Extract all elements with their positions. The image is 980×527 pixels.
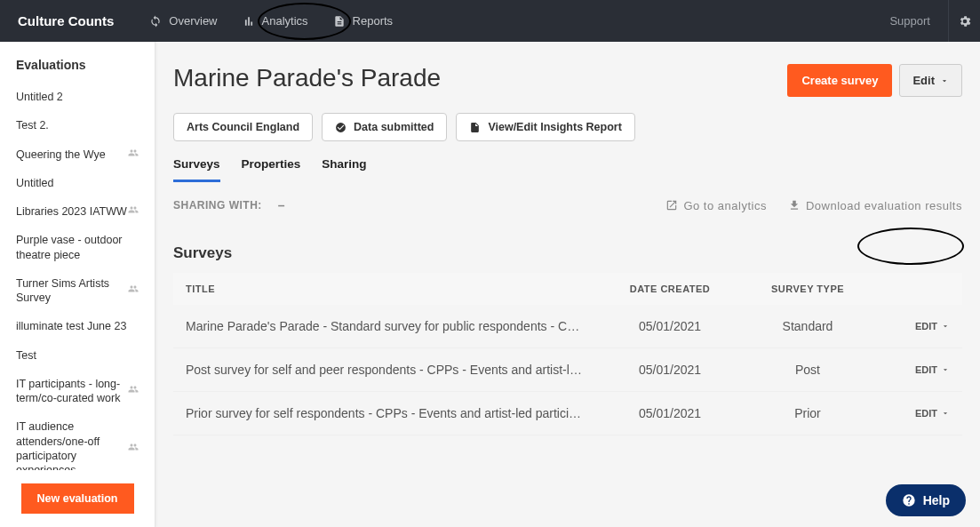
nav-analytics[interactable]: Analytics (243, 14, 308, 28)
chevron-down-icon (941, 409, 950, 418)
nav-analytics-label: Analytics (262, 14, 308, 28)
sidebar-item[interactable]: Libraries 2023 IATWW (0, 197, 155, 226)
support-link[interactable]: Support (889, 14, 930, 28)
nav-overview-label: Overview (169, 14, 217, 28)
topbar: Culture Counts Overview Analytics Report… (0, 0, 980, 42)
sidebar-item[interactable]: Untitled (0, 169, 155, 197)
col-date: DATE CREATED (603, 283, 737, 294)
row-type: Post (737, 363, 879, 377)
sidebar-item[interactable]: Test (0, 341, 155, 370)
sidebar-item-label: Libraries 2023 IATWW (16, 204, 127, 219)
check-circle-icon (335, 122, 347, 133)
sidebar-header: Evaluations (0, 42, 155, 83)
sidebar-item[interactable]: Queering the Wye (0, 140, 155, 169)
sidebar-item[interactable]: Purple vase - outdoor theatre piece (0, 226, 155, 269)
go-to-analytics-link[interactable]: Go to analytics (665, 199, 767, 212)
shared-icon (128, 148, 139, 162)
col-type: SURVEY TYPE (737, 283, 879, 294)
page-title: Marine Parade's Parade (173, 64, 441, 92)
nav-reports[interactable]: Reports (333, 14, 394, 28)
brand-logo: Culture Counts (18, 13, 114, 28)
sidebar: Evaluations Untitled 2Test 2.Queering th… (0, 42, 155, 527)
row-title: Marine Parade's Parade - Standard survey… (186, 319, 603, 333)
sidebar-item-label: Test (16, 348, 36, 363)
table-row[interactable]: Post survey for self and peer respondent… (173, 348, 962, 392)
row-date: 05/01/2021 (603, 363, 737, 377)
sidebar-item[interactable]: Turner Sims Artists Survey (0, 269, 155, 313)
help-button[interactable]: Help (886, 484, 966, 516)
sidebar-item-label: illuminate test June 23 (16, 319, 126, 333)
sidebar-item[interactable]: Untitled 2 (0, 83, 155, 111)
shared-icon (128, 283, 139, 298)
row-date: 05/01/2021 (603, 406, 737, 420)
sidebar-item-label: Turner Sims Artists Survey (16, 276, 128, 306)
sidebar-item-label: Test 2. (16, 118, 49, 132)
table-row[interactable]: Prior survey for self respondents - CPPs… (173, 392, 962, 435)
document-icon (333, 15, 346, 28)
document-icon (469, 122, 481, 133)
help-icon (902, 493, 916, 507)
main-content: Marine Parade's Parade Create survey Edi… (155, 42, 980, 527)
table-header: TITLE DATE CREATED SURVEY TYPE (173, 273, 962, 305)
table-row[interactable]: Marine Parade's Parade - Standard survey… (173, 305, 962, 348)
shared-icon (128, 442, 139, 456)
chevron-down-icon (941, 322, 950, 331)
col-title: TITLE (186, 283, 603, 294)
external-link-icon (665, 199, 678, 212)
sidebar-item-label: Untitled 2 (16, 90, 63, 104)
settings-gear[interactable] (948, 0, 980, 42)
surveys-heading: Surveys (173, 244, 962, 262)
row-type: Standard (737, 319, 879, 333)
tab-surveys[interactable]: Surveys (173, 157, 220, 182)
new-evaluation-button[interactable]: New evaluation (21, 483, 134, 514)
sidebar-item-label: Untitled (16, 176, 53, 190)
row-edit-button[interactable]: EDIT (879, 408, 950, 419)
download-icon (788, 199, 801, 212)
sidebar-item[interactable]: IT audience attenders/one-off participat… (0, 412, 155, 470)
org-chip[interactable]: Arts Council England (173, 113, 313, 141)
tab-sharing[interactable]: Sharing (322, 157, 366, 182)
sidebar-item[interactable]: illuminate test June 23 (0, 312, 155, 340)
insights-chip[interactable]: View/Edit Insights Report (456, 113, 634, 141)
gear-icon (958, 14, 972, 28)
sidebar-item[interactable]: Test 2. (0, 111, 155, 140)
row-title: Prior survey for self respondents - CPPs… (186, 406, 603, 420)
table-body: Marine Parade's Parade - Standard survey… (173, 305, 962, 435)
sharing-with-label: SHARING WITH: (173, 199, 262, 212)
shared-icon (128, 204, 139, 219)
row-edit-button[interactable]: EDIT (879, 321, 950, 331)
download-results-link[interactable]: Download evaluation results (788, 199, 962, 212)
refresh-icon (149, 15, 162, 28)
nav-overview[interactable]: Overview (149, 14, 217, 28)
row-edit-button[interactable]: EDIT (879, 364, 950, 375)
data-submitted-chip[interactable]: Data submitted (322, 113, 447, 141)
edit-button[interactable]: Edit (899, 64, 962, 97)
chevron-down-icon (941, 365, 950, 374)
tab-properties[interactable]: Properties (242, 157, 301, 182)
nav-reports-label: Reports (353, 14, 394, 28)
row-title: Post survey for self and peer respondent… (186, 363, 603, 377)
edit-label: Edit (912, 74, 935, 87)
sidebar-item-label: Purple vase - outdoor theatre piece (16, 233, 139, 262)
chevron-down-icon (940, 76, 949, 85)
row-type: Prior (737, 406, 879, 420)
bar-chart-icon (243, 15, 255, 28)
sidebar-item-label: IT audience attenders/one-off participat… (16, 419, 128, 470)
create-survey-button[interactable]: Create survey (787, 64, 892, 97)
sidebar-item-label: Queering the Wye (16, 148, 106, 162)
sidebar-item[interactable]: IT participants - long-term/co-curated w… (0, 370, 155, 413)
sidebar-list: Untitled 2Test 2.Queering the WyeUntitle… (0, 83, 155, 470)
row-date: 05/01/2021 (603, 319, 737, 333)
sharing-with-value: – (278, 198, 285, 212)
shared-icon (128, 384, 139, 398)
sidebar-item-label: IT participants - long-term/co-curated w… (16, 377, 128, 406)
